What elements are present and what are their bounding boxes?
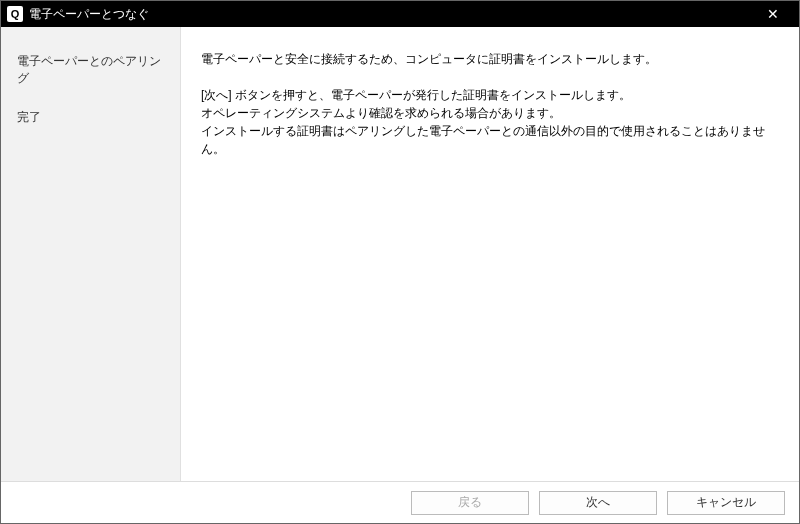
main-line-1: [次へ] ボタンを押すと、電子ペーパーが発行した証明書をインストールします。: [201, 88, 631, 102]
app-icon: Q: [7, 6, 23, 22]
next-button[interactable]: 次へ: [539, 491, 657, 515]
main-intro-text: 電子ペーパーと安全に接続するため、コンピュータに証明書をインストールします。: [201, 51, 779, 68]
sidebar-item-pairing: 電子ペーパーとのペアリング: [13, 47, 168, 93]
close-icon[interactable]: ✕: [753, 1, 793, 27]
titlebar: Q 電子ペーパーとつなぐ ✕: [1, 1, 799, 27]
sidebar-item-done: 完了: [13, 103, 168, 132]
cancel-button[interactable]: キャンセル: [667, 491, 785, 515]
footer: 戻る 次へ キャンセル: [1, 481, 799, 523]
content-area: 電子ペーパーとのペアリング 完了 電子ペーパーと安全に接続するため、コンピュータ…: [1, 27, 799, 481]
back-button: 戻る: [411, 491, 529, 515]
main-line-2: オペレーティングシステムより確認を求められる場合があります。: [201, 106, 561, 120]
window-title: 電子ペーパーとつなぐ: [29, 6, 753, 23]
main-line-3: インストールする証明書はペアリングした電子ペーパーとの通信以外の目的で使用される…: [201, 124, 765, 156]
sidebar: 電子ペーパーとのペアリング 完了: [1, 27, 181, 481]
main-panel: 電子ペーパーと安全に接続するため、コンピュータに証明書をインストールします。 […: [181, 27, 799, 481]
main-detail-text: [次へ] ボタンを押すと、電子ペーパーが発行した証明書をインストールします。 オ…: [201, 86, 779, 158]
